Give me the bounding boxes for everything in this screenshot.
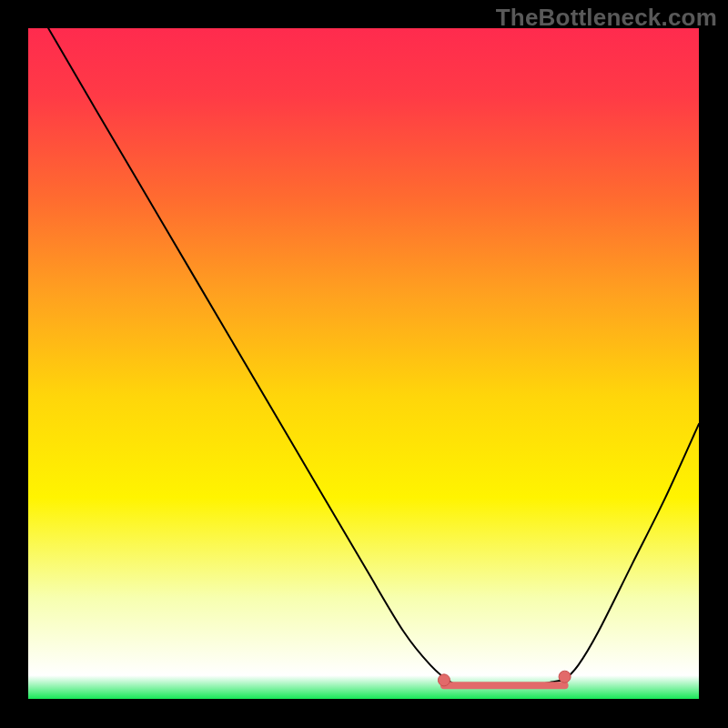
- bottleneck-chart: [28, 28, 699, 699]
- range-end-marker: [438, 674, 450, 686]
- gradient-background: [28, 28, 699, 699]
- chart-stage: TheBottleneck.com: [0, 0, 728, 728]
- range-end-marker: [559, 671, 571, 682]
- plot-area: [28, 28, 699, 699]
